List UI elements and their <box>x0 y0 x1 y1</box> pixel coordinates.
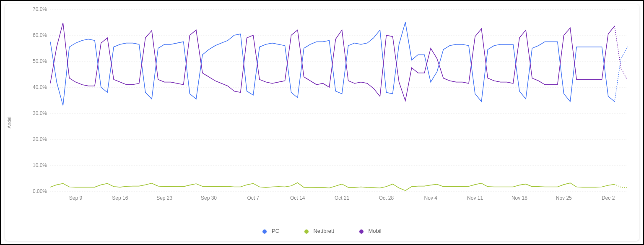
y-axis-label: Andel <box>7 117 12 128</box>
legend-dot-mobil <box>359 229 364 234</box>
legend: PC Nettbrett Mobil <box>5 228 639 234</box>
svg-text:10.0%: 10.0% <box>33 162 47 168</box>
svg-text:Oct 28: Oct 28 <box>379 195 394 201</box>
svg-text:Oct 21: Oct 21 <box>335 195 350 201</box>
svg-text:Nov 18: Nov 18 <box>512 195 527 201</box>
legend-dot-nettbrett <box>304 229 309 234</box>
svg-text:30.0%: 30.0% <box>33 110 47 116</box>
svg-text:0.00%: 0.00% <box>33 188 47 194</box>
svg-text:Sep 23: Sep 23 <box>156 195 172 201</box>
svg-text:Nov 11: Nov 11 <box>467 195 483 201</box>
chart-container: { "chart_data": { "type": "line", "ylabe… <box>0 0 644 245</box>
svg-text:40.0%: 40.0% <box>33 84 47 90</box>
svg-text:Sep 30: Sep 30 <box>201 195 217 201</box>
legend-item-nettbrett[interactable]: Nettbrett <box>304 228 334 234</box>
svg-text:Dec 2: Dec 2 <box>602 195 615 201</box>
svg-text:50.0%: 50.0% <box>33 58 47 64</box>
legend-label-nettbrett: Nettbrett <box>313 228 334 234</box>
svg-text:Nov 25: Nov 25 <box>556 195 572 201</box>
svg-text:Oct 7: Oct 7 <box>247 195 260 201</box>
svg-text:Sep 16: Sep 16 <box>112 195 128 201</box>
legend-dot-pc <box>262 229 267 234</box>
svg-text:Nov 4: Nov 4 <box>424 195 438 201</box>
chart-svg: 0.00%10.0%20.0%30.0%40.0%50.0%60.0%70.0%… <box>20 7 632 207</box>
svg-text:Oct 14: Oct 14 <box>290 195 305 201</box>
legend-item-mobil[interactable]: Mobil <box>359 228 382 234</box>
legend-item-pc[interactable]: PC <box>262 228 279 234</box>
chart-card: { "chart_data": { "type": "line", "ylabe… <box>5 4 639 241</box>
legend-label-mobil: Mobil <box>368 228 381 234</box>
svg-text:60.0%: 60.0% <box>33 32 47 38</box>
legend-label-pc: PC <box>272 228 279 234</box>
svg-text:20.0%: 20.0% <box>33 136 47 142</box>
plot-area: 0.00%10.0%20.0%30.0%40.0%50.0%60.0%70.0%… <box>20 7 635 207</box>
svg-text:Sep 9: Sep 9 <box>69 195 83 201</box>
svg-text:70.0%: 70.0% <box>33 7 47 12</box>
